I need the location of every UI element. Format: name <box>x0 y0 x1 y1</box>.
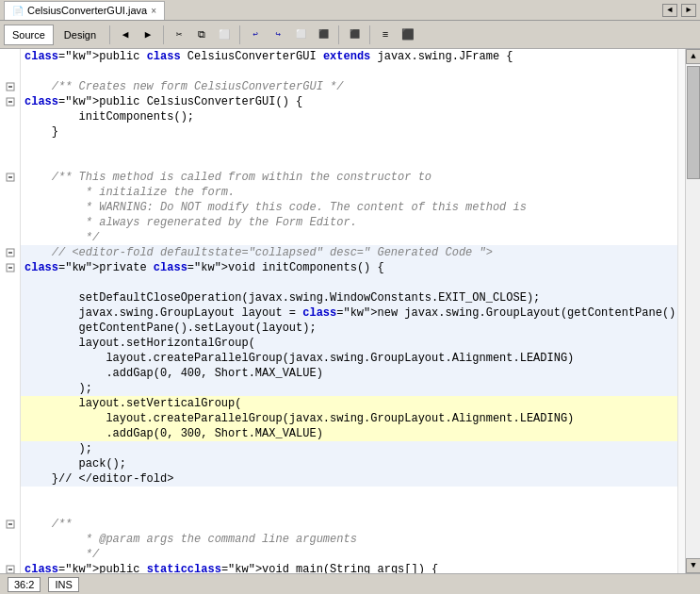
btn-6[interactable]: ⬜ <box>290 25 311 45</box>
code-line: class="kw">public static class="kw">void… <box>21 562 677 573</box>
btn-7[interactable]: ⬛ <box>313 25 334 45</box>
forward-icon: ▶ <box>145 28 152 41</box>
close-icon[interactable]: × <box>151 6 156 16</box>
code-line: * WARNING: Do NOT modify this code. The … <box>21 200 677 215</box>
code-line: class="kw">public CelsiusConverterGUI() … <box>21 94 677 109</box>
editor-container: class="kw">public class CelsiusConverter… <box>0 49 700 573</box>
btn-5[interactable]: ↪ <box>268 25 288 45</box>
code-line: * initialize the form. <box>21 185 677 200</box>
gutter-marker <box>0 351 20 366</box>
code-line: ); <box>21 441 677 456</box>
btn-4[interactable]: ↩ <box>245 25 266 45</box>
code-line: .addGap(0, 400, Short.MAX_VALUE) <box>21 366 677 381</box>
gutter-marker <box>0 532 20 547</box>
code-line: layout.createParallelGroup(javax.swing.G… <box>21 411 677 426</box>
gutter-marker[interactable] <box>0 94 20 109</box>
separator-4 <box>338 25 339 44</box>
file-tab[interactable]: 📄 CelsiusConverterGUI.java × <box>4 1 165 20</box>
source-tab[interactable]: Source <box>4 25 54 45</box>
gutter-marker <box>0 230 20 245</box>
code-line: javax.swing.GroupLayout layout = class="… <box>21 305 677 321</box>
code-line <box>21 487 677 502</box>
file-icon: 📄 <box>12 6 24 16</box>
gutter-marker <box>0 502 20 517</box>
scroll-up-button[interactable]: ▲ <box>686 49 700 64</box>
gutter-marker[interactable] <box>0 245 20 260</box>
scrollbar-track[interactable] <box>686 64 700 558</box>
code-line: .addGap(0, 300, Short.MAX_VALUE) <box>21 426 677 441</box>
gutter <box>0 49 21 573</box>
gutter-marker <box>0 381 20 396</box>
code-line: /** This method is called from within th… <box>21 170 677 185</box>
code-line: pack(); <box>21 456 677 471</box>
gutter-marker[interactable] <box>0 517 20 532</box>
code-line: /** <box>21 517 677 532</box>
separator-1 <box>109 25 110 44</box>
code-line: ); <box>21 381 677 396</box>
code-line: }// </editor-fold> <box>21 471 677 487</box>
status-bar: 36:2 INS <box>0 573 700 594</box>
code-line: * @param args the command line arguments <box>21 532 677 547</box>
toolbar: Source Design ◀ ▶ ✂ ⧉ ⬜ ↩ ↪ ⬜ ⬛ ⬛ ≡ ⬛ <box>0 21 700 49</box>
separator-3 <box>239 25 240 44</box>
code-line: class="kw">private class="kw">void initC… <box>21 260 677 275</box>
gutter-marker <box>0 64 20 79</box>
separator-2 <box>163 25 164 44</box>
scrollbar[interactable]: ▲ ▼ <box>685 49 700 573</box>
gutter-marker[interactable] <box>0 260 20 275</box>
forward-button[interactable]: ▶ <box>138 25 158 45</box>
copy-button[interactable]: ⧉ <box>191 25 212 45</box>
cut-button[interactable]: ✂ <box>169 25 189 45</box>
gutter-marker <box>0 426 20 441</box>
gutter-marker <box>0 275 20 290</box>
design-tab[interactable]: Design <box>56 25 105 45</box>
code-line: getContentPane().setLayout(layout); <box>21 321 677 336</box>
gutter-marker <box>0 49 20 64</box>
gutter-marker <box>0 124 20 140</box>
code-line: layout.setVerticalGroup( <box>21 396 677 411</box>
gutter-marker <box>0 396 20 411</box>
scrollbar-thumb[interactable] <box>687 66 700 179</box>
cursor-position: 36:2 <box>8 577 41 592</box>
back-icon: ◀ <box>122 28 129 41</box>
gutter-marker <box>0 109 20 124</box>
code-line <box>21 155 677 170</box>
gutter-marker <box>0 487 20 502</box>
code-line: // <editor-fold defaultstate="collapsed"… <box>21 245 677 260</box>
title-controls: ◄ ► <box>662 4 696 17</box>
cut-icon: ✂ <box>176 28 183 41</box>
gutter-marker <box>0 305 20 321</box>
gutter-marker[interactable] <box>0 170 20 185</box>
gutter-marker <box>0 321 20 336</box>
nav-right-button[interactable]: ► <box>681 4 696 17</box>
separator-5 <box>369 25 370 44</box>
gutter-marker <box>0 547 20 562</box>
gutter-marker <box>0 290 20 305</box>
gutter-marker[interactable] <box>0 562 20 573</box>
gutter-marker <box>0 140 20 155</box>
code-content: class="kw">public class CelsiusConverter… <box>21 49 677 573</box>
code-line: } <box>21 124 677 140</box>
paste-button[interactable]: ⬜ <box>214 25 235 45</box>
gutter-marker <box>0 185 20 200</box>
code-line: /** Creates new form CelsiusConverterGUI… <box>21 79 677 94</box>
code-line: */ <box>21 547 677 562</box>
btn-10[interactable]: ⬛ <box>398 25 418 45</box>
back-button[interactable]: ◀ <box>115 25 136 45</box>
gutter-marker <box>0 215 20 230</box>
copy-icon: ⧉ <box>198 29 205 41</box>
btn-8[interactable]: ⬛ <box>344 25 365 45</box>
scroll-down-button[interactable]: ▼ <box>686 558 700 573</box>
code-line: */ <box>21 230 677 245</box>
gutter-marker[interactable] <box>0 79 20 94</box>
nav-left-button[interactable]: ◄ <box>662 4 677 17</box>
paste-icon: ⬜ <box>219 29 230 41</box>
btn-9[interactable]: ≡ <box>375 25 396 45</box>
right-markers <box>677 49 685 573</box>
insert-mode: INS <box>48 577 78 592</box>
code-line: class="kw">public class CelsiusConverter… <box>21 49 677 64</box>
gutter-marker <box>0 471 20 487</box>
gutter-marker <box>0 411 20 426</box>
code-line: * always regenerated by the Form Editor. <box>21 215 677 230</box>
code-area[interactable]: class="kw">public class CelsiusConverter… <box>21 49 677 573</box>
